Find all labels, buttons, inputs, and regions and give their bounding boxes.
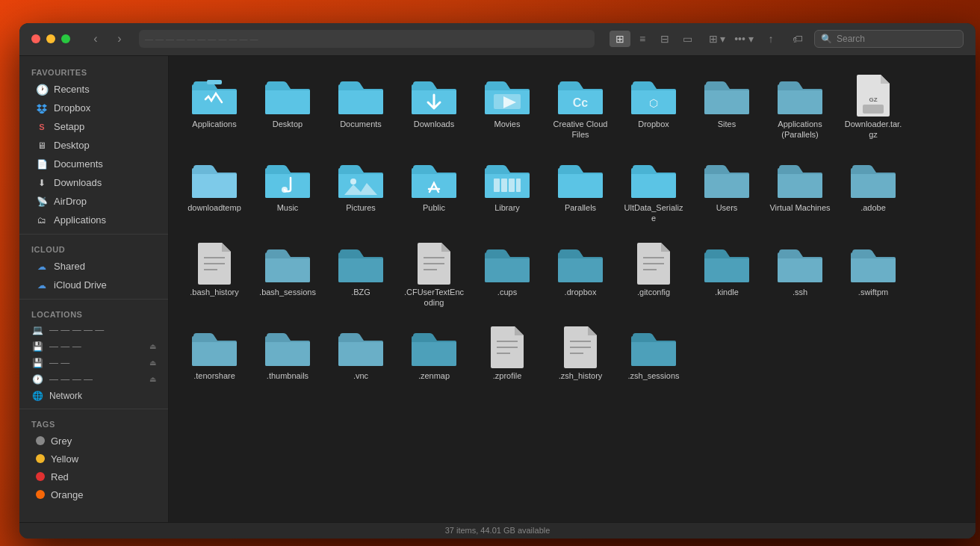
svg-point-8 xyxy=(350,179,356,184)
sidebar-item-disk3[interactable]: 🕐 — — — — ⏏ xyxy=(19,371,168,388)
column-view-button[interactable]: ⊟ xyxy=(654,31,675,47)
sidebar-item-applications[interactable]: 🗂 Applications xyxy=(24,211,164,229)
sidebar-item-tag-orange[interactable]: Orange xyxy=(24,486,164,503)
back-button[interactable]: ‹ xyxy=(85,31,106,47)
sidebar-item-downloads[interactable]: ⬇ Downloads xyxy=(24,174,164,192)
doc-icon xyxy=(410,242,458,284)
file-item-downloadtemp[interactable]: downloadtemp xyxy=(181,152,248,230)
close-button[interactable] xyxy=(31,34,40,43)
file-item-bzg[interactable]: .BZG xyxy=(327,236,394,314)
sidebar-item-tag-red[interactable]: Red xyxy=(24,468,164,485)
file-item-zsh-history[interactable]: .zsh_history xyxy=(547,320,614,387)
sidebar-item-disk2[interactable]: 💾 — — ⏏ xyxy=(19,355,168,371)
file-item-gitconfig[interactable]: .gitconfig xyxy=(620,236,687,314)
file-item-kindle[interactable]: .kindle xyxy=(693,236,760,314)
sidebar-item-dropbox[interactable]: Dropbox xyxy=(24,99,164,117)
file-item-thumbnails[interactable]: .thumbnails xyxy=(254,320,321,387)
file-item-bash-sessions[interactable]: .bash_sessions xyxy=(254,236,321,314)
file-item-sites[interactable]: Sites xyxy=(693,68,760,146)
file-item-adobe[interactable]: .adobe xyxy=(840,152,907,230)
sidebar-item-setapp[interactable]: S Setapp xyxy=(24,118,164,136)
sidebar-item-tag-yellow[interactable]: Yellow xyxy=(24,450,164,468)
file-label: .cups xyxy=(497,287,517,297)
file-item-creative-cloud[interactable]: Cc Creative Cloud Files xyxy=(547,68,614,146)
file-item-music[interactable]: Music xyxy=(254,152,321,230)
file-item-tenorshare[interactable]: .tenorshare xyxy=(181,320,248,387)
folder-icon xyxy=(190,158,238,199)
file-item-zprofile[interactable]: .zprofile xyxy=(474,320,541,387)
minimize-button[interactable] xyxy=(46,34,55,43)
svg-rect-12 xyxy=(516,179,521,192)
favourites-label: Favourites xyxy=(19,62,168,80)
folder-icon xyxy=(410,74,458,116)
more-button[interactable]: ••• ▾ xyxy=(734,31,754,47)
forward-button[interactable]: › xyxy=(109,31,130,47)
file-label: .bash_history xyxy=(190,287,238,297)
eject-icon[interactable]: ⏏ xyxy=(149,342,156,350)
grid-view-button[interactable]: ⊞ xyxy=(610,31,630,47)
sidebar-item-label: — — — xyxy=(49,341,81,352)
sidebar-item-airdrop[interactable]: 📡 AirDrop xyxy=(24,193,164,211)
sidebar-item-icloud-drive[interactable]: ☁ iCloud Drive xyxy=(24,276,164,294)
file-item-vnc[interactable]: .vnc xyxy=(327,320,394,387)
dropbox-icon xyxy=(36,102,48,114)
sidebar-item-recents[interactable]: 🕐 Recents xyxy=(24,81,164,99)
sidebar-item-tag-grey[interactable]: Grey xyxy=(24,432,164,450)
file-item-public[interactable]: Public xyxy=(400,152,468,230)
gallery-view-button[interactable]: ▭ xyxy=(677,31,698,47)
folder-icon xyxy=(337,158,385,199)
share-button[interactable]: ↑ xyxy=(760,31,781,47)
file-item-documents[interactable]: Documents xyxy=(327,68,394,146)
file-item-virtual-machines[interactable]: Virtual Machines xyxy=(766,152,834,230)
file-item-bash-history[interactable]: .bash_history xyxy=(181,236,248,314)
file-item-ssh[interactable]: .ssh xyxy=(766,236,834,314)
maximize-button[interactable] xyxy=(61,34,70,43)
file-item-desktop[interactable]: Desktop xyxy=(254,68,321,146)
file-item-downloader-tar[interactable]: GZ Downloader.tar.gz xyxy=(840,68,907,146)
status-text: 37 items, 44.01 GB available xyxy=(445,526,551,535)
file-item-applications[interactable]: Applications xyxy=(181,68,248,146)
svg-rect-6 xyxy=(863,105,884,114)
sidebar-item-label: — — — — — xyxy=(49,325,104,335)
file-item-zenmap[interactable]: .zenmap xyxy=(400,320,468,387)
sidebar-item-network[interactable]: 🌐 Network xyxy=(19,388,168,404)
sidebar-item-label: AirDrop xyxy=(54,196,87,207)
file-item-parallels[interactable]: Parallels xyxy=(547,152,614,230)
sidebar-item-label: Downloads xyxy=(54,177,102,188)
grey-tag-dot xyxy=(36,436,45,445)
file-item-users[interactable]: Users xyxy=(693,152,760,230)
file-item-swiftpm[interactable]: .swiftpm xyxy=(840,236,907,314)
file-item-applications-parallels[interactable]: Applications (Parallels) xyxy=(766,68,834,146)
sidebar-item-label: Red xyxy=(51,471,69,483)
sidebar-item-shared[interactable]: ☁ Shared xyxy=(24,258,164,276)
doc-icon xyxy=(556,326,604,367)
file-item-dropbox[interactable]: ⬡ Dropbox xyxy=(620,68,687,146)
eject-icon-2[interactable]: ⏏ xyxy=(149,359,156,367)
file-item-zsh-sessions[interactable]: .zsh_sessions xyxy=(620,320,687,387)
sidebar-item-desktop[interactable]: 🖥 Desktop xyxy=(24,137,164,155)
nav-buttons: ‹ › xyxy=(85,31,130,47)
folder-icon: Cc xyxy=(556,74,604,116)
folder-icon xyxy=(264,74,311,116)
file-item-pictures[interactable]: Pictures xyxy=(327,152,394,230)
file-label: Documents xyxy=(340,119,382,129)
sidebar-item-documents[interactable]: 📄 Documents xyxy=(24,155,164,173)
sidebar-item-label: Yellow xyxy=(51,453,78,465)
file-item-dropbox-hidden[interactable]: .dropbox xyxy=(547,236,614,314)
file-item-cfuser[interactable]: .CFUserTextEncoding xyxy=(400,236,468,314)
file-item-library[interactable]: Library xyxy=(474,152,541,230)
eject-icon-3[interactable]: ⏏ xyxy=(149,375,156,383)
list-view-button[interactable]: ≡ xyxy=(632,31,653,47)
setapp-icon: S xyxy=(36,121,48,133)
search-input[interactable] xyxy=(837,34,957,44)
search-bar[interactable]: 🔍 xyxy=(814,30,964,48)
file-item-downloads[interactable]: Downloads xyxy=(400,68,468,146)
group-button[interactable]: ⊞ ▾ xyxy=(707,31,728,47)
file-item-cups[interactable]: .cups xyxy=(474,236,541,314)
file-item-ultdata[interactable]: UltData_Serialize xyxy=(620,152,687,230)
folder-icon xyxy=(703,158,751,199)
tag-button[interactable]: 🏷 xyxy=(787,31,808,47)
sidebar-item-macbook[interactable]: 💻 — — — — — xyxy=(19,322,168,338)
sidebar-item-disk1[interactable]: 💾 — — — ⏏ xyxy=(19,338,168,355)
file-item-movies[interactable]: Movies xyxy=(474,68,541,146)
